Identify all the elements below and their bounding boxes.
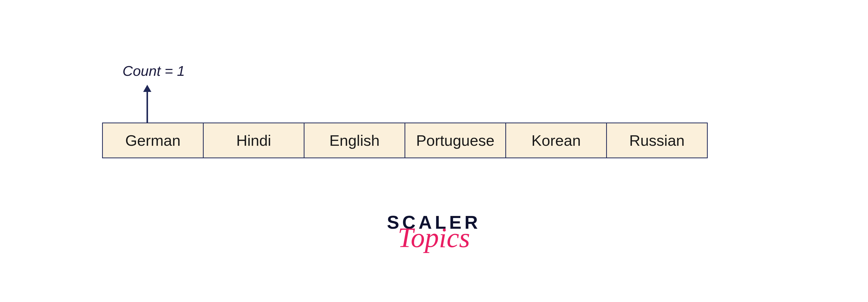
array-cell: Hindi <box>203 123 305 158</box>
array-cell: English <box>304 123 405 158</box>
arrow-up-icon <box>142 85 152 123</box>
array-cell: Portuguese <box>405 123 506 158</box>
logo-topics-text: Topics <box>327 223 541 252</box>
array-cell: Korean <box>505 123 607 158</box>
svg-marker-1 <box>143 85 151 92</box>
count-label: Count = 1 <box>123 63 185 79</box>
array-cell: Russian <box>606 123 708 158</box>
array-row: German Hindi English Portuguese Korean R… <box>102 123 708 158</box>
array-cell: German <box>102 123 204 158</box>
logo: SCALER Topics <box>327 212 541 252</box>
